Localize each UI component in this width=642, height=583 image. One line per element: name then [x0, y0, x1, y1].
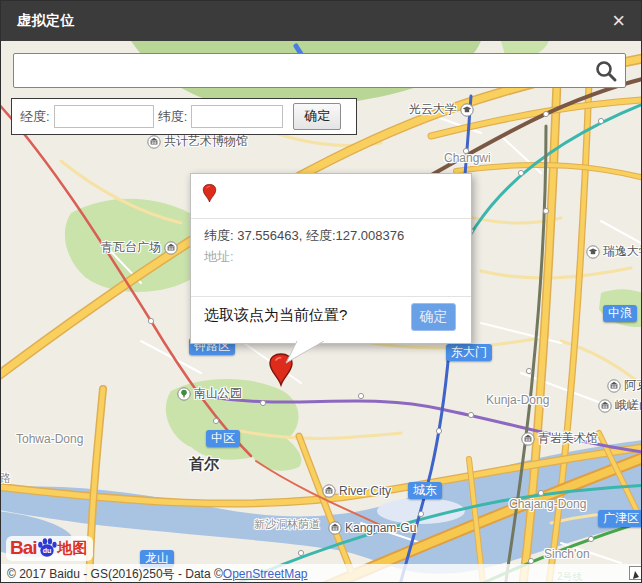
popup-coordinates: 纬度: 37.556463, 经度:127.008376: [204, 227, 404, 245]
dialog-title: 虚拟定位: [17, 12, 75, 30]
place-chajang-dong: Chajang-Dong: [509, 497, 586, 511]
place-road-fragment: 路: [1, 470, 11, 487]
copyright-text: © 2017 Baidu - GS(2016)250号 - Data ©: [7, 566, 223, 583]
city-label-seoul: 首尔: [189, 455, 219, 474]
close-icon[interactable]: ×: [612, 11, 625, 31]
poi-hotel-ake[interactable]: 阿克: [607, 377, 642, 394]
poi-cheongam-art-museum[interactable]: 青岩美术馆: [521, 430, 598, 447]
attribution-bar: © 2017 Baidu - GS(2016)250号 - Data © Ope…: [1, 564, 642, 583]
openstreetmap-link[interactable]: OpenStreetMap: [223, 567, 308, 581]
place-sinchon: Sinch'on: [544, 547, 590, 561]
poi-namsan-park[interactable]: 南山公园: [177, 385, 242, 402]
place-kunja-dong: Kunja-Dong: [486, 393, 549, 407]
museum-icon: [521, 432, 535, 446]
museum-icon: [164, 241, 178, 255]
search-input[interactable]: [14, 54, 593, 87]
district-badge-junggu[interactable]: 中区: [206, 430, 240, 447]
popup-divider: [191, 296, 471, 297]
poi-cheongwadae-square[interactable]: 青瓦台广场: [101, 239, 178, 256]
building-icon: [328, 521, 342, 535]
latitude-input[interactable]: [191, 105, 283, 128]
popup-address: 地址:: [204, 248, 234, 266]
place-sinsa-dong-garosu-gil: 新沙洞林荫道: [254, 517, 320, 532]
building-icon: [322, 484, 336, 498]
title-bar: 虚拟定位 ×: [1, 1, 641, 41]
baidu-maps-logo: Bai du 地图: [6, 536, 93, 561]
place-tohwa-dong: Tohwa-Dong: [16, 432, 83, 446]
map-corner-control[interactable]: [629, 566, 642, 580]
baidu-paw-icon: du: [37, 537, 57, 559]
popup-question: 选取该点为当前位置?: [204, 306, 347, 325]
university-icon: [460, 103, 474, 117]
park-icon: [177, 387, 191, 401]
coords-confirm-button[interactable]: 确定: [293, 103, 341, 130]
district-badge-gwangjin[interactable]: 广津区: [598, 510, 642, 527]
university-icon: [586, 245, 600, 259]
district-badge-dongdaemun[interactable]: 东大门: [446, 344, 492, 361]
latitude-label: 纬度:: [158, 108, 188, 126]
svg-text:du: du: [42, 547, 51, 555]
coordinate-panel: 经度: 纬度: 确定: [11, 98, 357, 135]
longitude-label: 经度:: [20, 108, 50, 126]
poi-river-city[interactable]: River City: [322, 484, 391, 498]
popup-pin-icon: [201, 182, 218, 205]
hotel-icon: [598, 399, 612, 413]
virtual-location-dialog: 虚拟定位 ×: [0, 0, 642, 583]
longitude-input[interactable]: [54, 105, 154, 128]
place-changwi: Changwi: [444, 151, 491, 165]
popup-header: [191, 174, 471, 219]
district-badge-jungnang[interactable]: 中浪: [603, 305, 637, 322]
poi-seoil-university[interactable]: 瑞逸大学: [586, 243, 642, 260]
logo-text-map: 地图: [58, 539, 88, 558]
location-popup: 纬度: 37.556463, 经度:127.008376 地址: 选取该点为当前…: [190, 173, 472, 344]
museum-icon: [147, 135, 161, 149]
map-canvas[interactable]: 钟路区 东大门 中浪 中区 城东 龙山 广津区 共计艺术博物馆 光云大学 瑞逸大…: [1, 41, 642, 583]
poi-kangnam-gu[interactable]: Kangnam-Gu: [328, 521, 416, 535]
poi-art-museum[interactable]: 共计艺术博物馆: [147, 133, 248, 150]
poi-kwangwoon-university[interactable]: 光云大学: [409, 101, 474, 118]
logo-text-bai: Bai: [10, 537, 37, 559]
search-icon[interactable]: [593, 58, 619, 84]
search-box: [13, 53, 626, 88]
hotel-icon: [607, 379, 621, 393]
popup-confirm-button[interactable]: 确定: [411, 303, 456, 331]
popup-tail: [279, 341, 329, 365]
district-badge-seongdong[interactable]: 城东: [408, 482, 442, 499]
poi-achasan[interactable]: 峨嵯山: [598, 397, 642, 414]
